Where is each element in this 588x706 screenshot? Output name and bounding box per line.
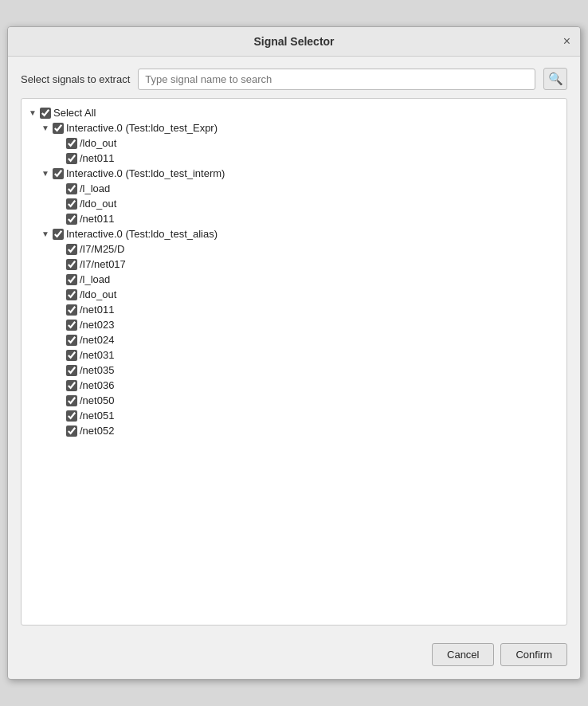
label-g3-net052[interactable]: /net052 xyxy=(80,425,114,437)
tree-row-g3-item4: /ldo_out xyxy=(26,287,562,302)
checkbox-g2-ldo-out[interactable] xyxy=(66,198,77,210)
tree-row-g3-item5: /net011 xyxy=(26,302,562,317)
checkbox-g3-l-load[interactable] xyxy=(66,274,77,285)
search-input[interactable] xyxy=(138,69,535,90)
checkbox-g3-i7m25d[interactable] xyxy=(66,244,77,255)
search-label: Select signals to extract xyxy=(21,73,130,85)
checkbox-g3-net011[interactable] xyxy=(66,304,77,316)
tree-row-g3-item12: /net051 xyxy=(26,408,562,423)
label-g1-net011[interactable]: /net011 xyxy=(80,152,114,164)
checkbox-g1-ldo-out[interactable] xyxy=(66,138,77,149)
tree-container: ▼ Select All ▼ Interactive.0 (Test:ldo_t… xyxy=(21,98,567,626)
checkbox-g2-l-load[interactable] xyxy=(66,183,77,194)
label-g2-net011[interactable]: /net011 xyxy=(80,213,114,225)
tree-row-group3: ▼ Interactive.0 (Test:ldo_test_alias) xyxy=(26,226,562,241)
tree-row-g3-item2: /I7/net017 xyxy=(26,257,562,272)
collapse-arrow-group2[interactable]: ▼ xyxy=(41,169,50,178)
label-select-all[interactable]: Select All xyxy=(53,107,96,119)
dialog-title: Signal Selector xyxy=(253,35,334,48)
cancel-button[interactable]: Cancel xyxy=(432,643,494,666)
label-g3-i7net017[interactable]: /I7/net017 xyxy=(80,258,126,270)
checkbox-group3[interactable] xyxy=(53,229,64,240)
label-g3-net050[interactable]: /net050 xyxy=(80,394,114,406)
tree-row-g3-item13: /net052 xyxy=(26,423,562,438)
label-g3-l-load[interactable]: /l_load xyxy=(80,273,110,285)
search-row: Select signals to extract 🔍 xyxy=(8,57,580,98)
checkbox-g3-net036[interactable] xyxy=(66,380,77,391)
label-g1-ldo-out[interactable]: /ldo_out xyxy=(80,137,116,149)
checkbox-g3-ldo-out[interactable] xyxy=(66,289,77,300)
tree-row-g1-item2: /net011 xyxy=(26,151,562,166)
tree-row-g3-item6: /net023 xyxy=(26,317,562,332)
close-button[interactable]: × xyxy=(563,35,570,48)
tree-row-group2: ▼ Interactive.0 (Test:ldo_test_interm) xyxy=(26,166,562,181)
label-g2-ldo-out[interactable]: /ldo_out xyxy=(80,198,116,210)
tree-row-group1: ▼ Interactive.0 (Test:ldo_test_Expr) xyxy=(26,120,562,135)
tree-row-g2-item2: /ldo_out xyxy=(26,196,562,211)
checkbox-g3-net031[interactable] xyxy=(66,350,77,361)
label-g3-net023[interactable]: /net023 xyxy=(80,319,114,331)
tree-row-g3-item7: /net024 xyxy=(26,332,562,347)
checkbox-group1[interactable] xyxy=(53,123,64,134)
checkbox-g3-net035[interactable] xyxy=(66,365,77,376)
search-button[interactable]: 🔍 xyxy=(543,68,567,90)
tree-row-g1-item1: /ldo_out xyxy=(26,135,562,151)
title-bar: Signal Selector × xyxy=(8,27,580,57)
tree-row-g3-item3: /l_load xyxy=(26,272,562,287)
checkbox-g3-net050[interactable] xyxy=(66,395,77,406)
checkbox-g3-net052[interactable] xyxy=(66,426,77,437)
collapse-arrow-group3[interactable]: ▼ xyxy=(41,229,50,238)
label-group3[interactable]: Interactive.0 (Test:ldo_test_alias) xyxy=(66,228,218,240)
label-g2-l-load[interactable]: /l_load xyxy=(80,182,110,194)
tree-row-g3-item11: /net050 xyxy=(26,393,562,408)
search-icon: 🔍 xyxy=(548,72,563,86)
checkbox-g2-net011[interactable] xyxy=(66,214,77,225)
tree-row-g3-item9: /net035 xyxy=(26,363,562,378)
tree-row-g3-item8: /net031 xyxy=(26,347,562,363)
checkbox-g3-i7net017[interactable] xyxy=(66,259,77,270)
checkbox-group2[interactable] xyxy=(53,168,64,179)
confirm-button[interactable]: Confirm xyxy=(500,643,567,666)
checkbox-g3-net051[interactable] xyxy=(66,410,77,422)
checkbox-select-all[interactable] xyxy=(40,108,51,119)
label-g3-net024[interactable]: /net024 xyxy=(80,334,114,346)
tree-row-select-all: ▼ Select All xyxy=(26,105,562,120)
label-g3-net035[interactable]: /net035 xyxy=(80,364,114,376)
label-g3-net031[interactable]: /net031 xyxy=(80,349,114,361)
tree-row-g3-item10: /net036 xyxy=(26,378,562,393)
footer: Cancel Confirm xyxy=(8,635,580,679)
label-g3-net036[interactable]: /net036 xyxy=(80,379,114,391)
label-g3-i7m25d[interactable]: /I7/M25/D xyxy=(80,243,124,255)
label-g3-net051[interactable]: /net051 xyxy=(80,410,114,422)
collapse-arrow-root[interactable]: ▼ xyxy=(28,108,37,117)
signal-selector-dialog: Signal Selector × Select signals to extr… xyxy=(7,26,581,680)
collapse-arrow-group1[interactable]: ▼ xyxy=(41,124,50,132)
label-group1[interactable]: Interactive.0 (Test:ldo_test_Expr) xyxy=(66,122,218,134)
tree-row-g3-item1: /I7/M25/D xyxy=(26,241,562,257)
tree-row-g2-item1: /l_load xyxy=(26,181,562,196)
checkbox-g3-net023[interactable] xyxy=(66,320,77,331)
checkbox-g1-net011[interactable] xyxy=(66,153,77,164)
label-g3-ldo-out[interactable]: /ldo_out xyxy=(80,288,116,300)
label-group2[interactable]: Interactive.0 (Test:ldo_test_interm) xyxy=(66,167,225,179)
label-g3-net011[interactable]: /net011 xyxy=(80,304,114,316)
checkbox-g3-net024[interactable] xyxy=(66,335,77,346)
tree-row-g2-item3: /net011 xyxy=(26,211,562,226)
